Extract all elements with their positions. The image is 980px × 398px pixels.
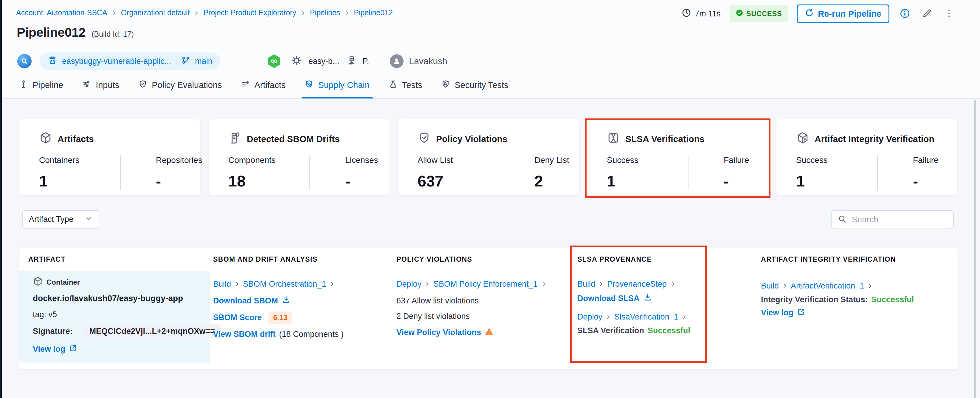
vertical-divider bbox=[380, 48, 380, 74]
sbom-score-badge: 6.13 bbox=[269, 312, 293, 324]
breadcrumb-pipelines[interactable]: Pipelines bbox=[310, 8, 340, 17]
chevron-right-icon bbox=[541, 281, 547, 287]
execution-info-button[interactable] bbox=[898, 7, 912, 20]
card-title: Detected SBOM Drifts bbox=[247, 134, 340, 144]
execution-meta-row: easybuggy-vulnerable-applic... main easy… bbox=[17, 51, 447, 72]
download-slsa-link[interactable]: Download SLSA bbox=[578, 294, 640, 303]
slsa-verification-stage-link[interactable]: Deploy bbox=[578, 312, 602, 321]
artifact-cell: Container docker.io/lavakush07/easy-bugg… bbox=[33, 277, 221, 355]
inputs-icon bbox=[82, 80, 91, 91]
integrity-stage-link[interactable]: Build bbox=[761, 281, 779, 291]
card-slsa-verifications: SLSA Verifications Success 1 Failure - bbox=[587, 119, 768, 195]
pill-divider bbox=[176, 56, 177, 66]
signature-value[interactable]: MEQCICde2Vjl...L+2+mqnOXw== bbox=[83, 324, 221, 338]
view-log-link[interactable]: View log bbox=[33, 345, 65, 354]
policy-step-link[interactable]: SBOM Policy Enforcement_1 bbox=[433, 280, 538, 289]
integrity-status-label: Integrity Verification Status: bbox=[761, 295, 868, 304]
edit-pipeline-button[interactable] bbox=[920, 7, 934, 20]
search-input[interactable] bbox=[852, 215, 941, 224]
policy-cell: Deploy SBOM Policy Enforcement_1 637 All… bbox=[396, 279, 547, 338]
integrity-cell: Build ArtifactVerification_1 Integrity V… bbox=[761, 280, 914, 318]
slsa-verification-step-link[interactable]: SlsaVerification_1 bbox=[614, 312, 678, 321]
chevron-right-icon bbox=[111, 10, 117, 16]
artifact-tag: tag: v5 bbox=[33, 309, 221, 320]
view-log-link[interactable]: View log bbox=[761, 308, 794, 317]
status-badge: SUCCESS bbox=[730, 5, 788, 22]
view-policy-violations-link[interactable]: View Policy Violations bbox=[396, 328, 481, 337]
stat-integrity-failure: Failure - bbox=[877, 155, 957, 190]
sbom-cell: Build SBOM Orchestration_1 Download SBOM… bbox=[213, 279, 344, 339]
tab-label: Security Tests bbox=[455, 80, 508, 90]
allow-list-violations: 637 Allow list violations bbox=[396, 296, 547, 306]
slsa-provenance-step-link[interactable]: ProvenanceStep bbox=[607, 280, 667, 289]
column-header-sbom: SBOM AND DRIFT ANALYSIS bbox=[213, 256, 317, 264]
stat-slsa-failure: Failure - bbox=[688, 155, 768, 190]
column-header-artifact: ARTIFACT bbox=[28, 256, 65, 264]
chevron-right-icon bbox=[329, 281, 335, 287]
sbom-step-link[interactable]: SBOM Orchestration_1 bbox=[243, 280, 326, 289]
artifact-name: docker.io/lavakush07/easy-buggy-app bbox=[33, 293, 221, 304]
tab-tests[interactable]: Tests bbox=[386, 74, 425, 99]
chevron-right-icon bbox=[782, 283, 788, 289]
tab-supply-chain[interactable]: Supply Chain bbox=[302, 74, 372, 99]
title-row: Pipeline012 (Build Id: 17) bbox=[17, 25, 134, 40]
tab-artifacts[interactable]: Artifacts bbox=[238, 74, 289, 99]
breadcrumb-pipeline012[interactable]: Pipeline012 bbox=[354, 8, 393, 17]
repository-icon bbox=[48, 56, 57, 67]
shield-search-icon bbox=[441, 80, 450, 91]
run-duration: 7m 11s bbox=[682, 8, 721, 20]
sbom-stage-link[interactable]: Build bbox=[213, 280, 231, 289]
rerun-pipeline-button[interactable]: Re-run Pipeline bbox=[797, 5, 889, 23]
slsa-cell: Build ProvenanceStep Download SLSA Deplo… bbox=[578, 279, 690, 336]
gear-icon bbox=[291, 55, 302, 67]
pipeline-icon bbox=[19, 80, 28, 91]
column-header-integrity: ARTIFACT INTEGRITY VERIFICATION bbox=[761, 256, 896, 264]
flask-icon bbox=[389, 80, 398, 91]
view-sbom-drift-link[interactable]: View SBOM drift bbox=[213, 330, 276, 339]
tab-label: Inputs bbox=[95, 80, 119, 90]
page-header: Account: Automation-SSCA Organization: d… bbox=[2, 0, 980, 99]
tab-label: Supply Chain bbox=[318, 80, 369, 90]
tab-policy-evaluations[interactable]: Policy Evaluations bbox=[135, 74, 225, 99]
tab-pipeline[interactable]: Pipeline bbox=[16, 74, 66, 99]
download-icon bbox=[643, 293, 652, 304]
pencil-icon bbox=[921, 8, 932, 20]
integrity-step-link[interactable]: ArtifactVerification_1 bbox=[791, 281, 864, 291]
more-options-button[interactable] bbox=[942, 7, 956, 20]
breadcrumb-account[interactable]: Account: Automation-SSCA bbox=[16, 8, 107, 17]
policy-stage-link[interactable]: Deploy bbox=[396, 280, 422, 289]
list-plus-icon bbox=[241, 80, 250, 91]
slsa-status-label: SLSA Verification bbox=[578, 326, 644, 335]
repo-branch-pill[interactable]: easybuggy-vulnerable-applic... main bbox=[40, 53, 220, 70]
card-artifact-integrity: Artifact Integrity Verification Success … bbox=[776, 119, 957, 195]
chevron-right-icon bbox=[867, 283, 873, 289]
tab-label: Artifacts bbox=[255, 80, 286, 90]
artifact-type-dropdown[interactable]: Artifact Type bbox=[22, 210, 99, 229]
breadcrumb: Account: Automation-SSCA Organization: d… bbox=[16, 8, 393, 17]
check-circle-icon bbox=[736, 9, 743, 19]
chevron-right-icon bbox=[301, 10, 306, 16]
git-branch-icon bbox=[181, 56, 190, 67]
stat-integrity-success: Success 1 bbox=[796, 155, 877, 190]
ci-module-icon bbox=[267, 54, 281, 68]
integrity-cube-icon bbox=[796, 131, 809, 147]
card-title: SLSA Verifications bbox=[625, 134, 705, 144]
tab-label: Tests bbox=[402, 80, 422, 90]
refresh-icon bbox=[805, 8, 814, 19]
user-avatar bbox=[390, 54, 404, 68]
vertical-scrollbar[interactable] bbox=[974, 100, 976, 398]
card-title: Policy Violations bbox=[436, 134, 508, 144]
tab-inputs[interactable]: Inputs bbox=[79, 74, 122, 99]
artifact-type-badge: Container bbox=[46, 278, 80, 286]
column-header-slsa: SLSA PROVENANCE bbox=[578, 256, 652, 264]
breadcrumb-organization[interactable]: Organization: default bbox=[121, 8, 190, 17]
breadcrumb-project[interactable]: Project: Product Exploratory bbox=[203, 8, 296, 17]
sbom-score-link[interactable]: SBOM Score bbox=[213, 313, 262, 322]
download-sbom-link[interactable]: Download SBOM bbox=[213, 296, 278, 305]
warning-icon bbox=[485, 327, 493, 338]
slsa-provenance-stage-link[interactable]: Build bbox=[578, 280, 595, 289]
tab-security-tests[interactable]: Security Tests bbox=[438, 74, 511, 99]
stat-containers: Containers 1 bbox=[39, 155, 120, 190]
search-box bbox=[831, 210, 954, 229]
slsa-badge-icon bbox=[607, 131, 620, 147]
